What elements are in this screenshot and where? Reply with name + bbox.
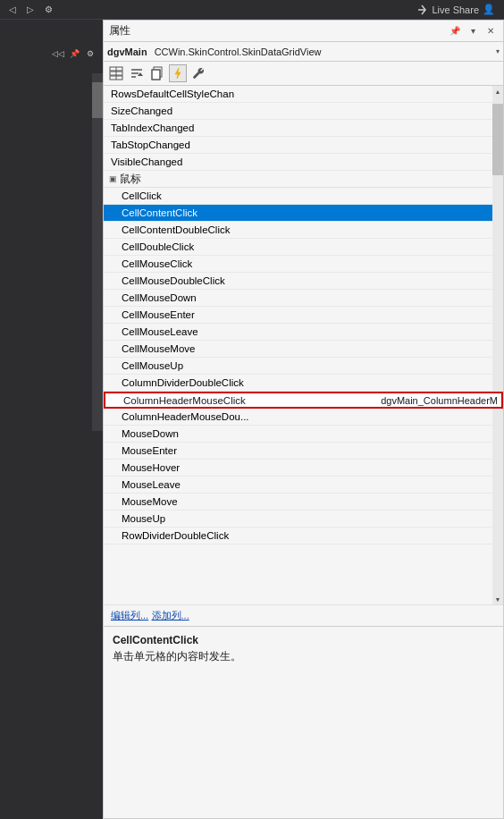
prop-item-columndividerdoubleclick[interactable]: ColumnDividerDoubleClick — [104, 375, 503, 392]
description-text: 单击单元格的内容时发生。 — [113, 650, 494, 663]
list-scrollbar: ▲ ▼ — [492, 86, 503, 604]
columnheader-value: dgvMain_ColumnHeaderM — [381, 395, 501, 406]
prop-item-cellcontentclick[interactable]: CellContentClick ▾ — [104, 205, 503, 222]
panel-footer-links: 编辑列... 添加列... — [104, 604, 503, 626]
prop-item-cellmousemove[interactable]: CellMouseMove — [104, 341, 503, 358]
profile-icon[interactable]: 👤 — [483, 4, 495, 15]
prop-item-columnheadermousedou[interactable]: ColumnHeaderMouseDou... — [104, 409, 503, 426]
panel-close-button[interactable]: ✕ — [483, 24, 498, 38]
prop-item-mousehover[interactable]: MouseHover — [104, 460, 503, 477]
prop-item-cellmousedown[interactable]: CellMouseDown — [104, 290, 503, 307]
prop-item-mouseenter[interactable]: MouseEnter — [104, 443, 503, 460]
wrench-icon[interactable] — [189, 64, 207, 82]
list-scroll-track: ▲ ▼ — [492, 86, 503, 604]
gear-icon[interactable]: ⚙ — [41, 3, 55, 17]
sidebar-settings-btn[interactable]: ⚙ — [83, 46, 97, 61]
category-name-mouse: 鼠标 — [120, 173, 141, 186]
nav-icon-2[interactable]: ▷ — [23, 3, 38, 17]
prop-item-cellmouseleave[interactable]: CellMouseLeave — [104, 324, 503, 341]
prop-item-mouseup[interactable]: MouseUp — [104, 511, 503, 528]
toolbar-row — [104, 62, 503, 86]
panel-titlebar: 属性 📌 ▾ ✕ — [104, 21, 503, 42]
prop-item-mousedown[interactable]: MouseDown — [104, 426, 503, 443]
top-bar-left: ◁ ▷ ⚙ — [0, 3, 416, 17]
prop-item-celldoubleclick[interactable]: CellDoubleClick — [104, 239, 503, 256]
live-share-icon — [416, 4, 428, 16]
main-layout: ◁◁ 📌 ⚙ 属性 📌 ▾ ✕ dgvMain CCWin.SkinContro… — [0, 20, 504, 819]
events-icon[interactable] — [169, 64, 187, 82]
component-type: CCWin.SkinControl.SkinDataGridView — [155, 46, 322, 57]
edit-columns-link[interactable]: 编辑列... — [111, 610, 148, 621]
svg-rect-8 — [152, 70, 160, 80]
prop-item-columnheadermouseclick[interactable]: ColumnHeaderMouseClick dgvMain_ColumnHea… — [104, 392, 503, 409]
properties-panel: 属性 📌 ▾ ✕ dgvMain CCWin.SkinControl.SkinD… — [103, 20, 504, 819]
sidebar-scroll-thumb[interactable] — [92, 82, 103, 118]
prop-item-cellmouseclick[interactable]: CellMouseClick — [104, 256, 503, 273]
category-mouse[interactable]: ▣ 鼠标 — [104, 171, 503, 188]
prop-item-tabindexchanged[interactable]: TabIndexChanged — [104, 120, 503, 137]
properties-list: ▲ RowsDefaultCellStyleChan SizeChanged T… — [104, 86, 503, 604]
prop-item-cellcontentdoubleclick[interactable]: CellContentDoubleClick — [104, 222, 503, 239]
prop-item-visiblechanged[interactable]: VisibleChanged — [104, 154, 503, 171]
panel-float-button[interactable]: ▾ — [466, 24, 480, 38]
live-share-area: Live Share 👤 — [416, 4, 495, 16]
top-bar: ◁ ▷ ⚙ Live Share 👤 — [0, 0, 504, 20]
description-area: CellContentClick 单击单元格的内容时发生。 — [104, 626, 503, 688]
prop-item-cellmouseenter[interactable]: CellMouseEnter — [104, 307, 503, 324]
sidebar-arrows: ◁◁ 📌 ⚙ — [51, 46, 103, 64]
live-share-label[interactable]: Live Share — [432, 4, 479, 15]
properties-view-icon[interactable] — [107, 64, 125, 82]
list-scroll-thumb[interactable] — [492, 104, 503, 175]
prop-item-rowdividerdoubleclick[interactable]: RowDividerDoubleClick — [104, 528, 503, 545]
add-columns-link[interactable]: 添加列... — [152, 610, 189, 621]
panel-pin-button[interactable]: 📌 — [448, 24, 462, 38]
component-selector[interactable]: dgvMain CCWin.SkinControl.SkinDataGridVi… — [104, 42, 503, 62]
prop-item-rowsdefault[interactable]: RowsDefaultCellStyleChan — [104, 86, 503, 103]
prop-item-cellmousedoubleclick[interactable]: CellMouseDoubleClick — [104, 273, 503, 290]
sort-icon[interactable] — [128, 64, 146, 82]
prop-item-mouseleave[interactable]: MouseLeave — [104, 477, 503, 494]
prop-item-cellmouseup[interactable]: CellMouseUp — [104, 358, 503, 375]
component-name: dgvMain — [107, 46, 147, 57]
prop-item-sizechanged[interactable]: SizeChanged — [104, 103, 503, 120]
prop-list-inner: ▲ RowsDefaultCellStyleChan SizeChanged T… — [104, 86, 503, 604]
left-sidebar: ◁◁ 📌 ⚙ — [0, 20, 103, 819]
sidebar-pin-btn[interactable]: 📌 — [67, 46, 81, 61]
prop-item-tabstopchanged[interactable]: TabStopChanged — [104, 137, 503, 154]
panel-title: 属性 — [109, 23, 130, 38]
copy-icon[interactable] — [148, 64, 166, 82]
panel-controls: 📌 ▾ ✕ — [448, 24, 498, 38]
sidebar-scrollbar — [92, 73, 103, 431]
prop-item-mousemove[interactable]: MouseMove — [104, 494, 503, 511]
prop-item-cellclick[interactable]: CellClick — [104, 188, 503, 205]
description-title: CellContentClick — [113, 634, 494, 646]
category-expand-icon: ▣ — [107, 173, 118, 184]
list-scroll-up[interactable]: ▲ — [492, 86, 503, 97]
nav-icon-1[interactable]: ◁ — [5, 3, 20, 17]
component-dropdown-arrow[interactable]: ▾ — [496, 47, 500, 55]
list-scroll-down-btn[interactable]: ▼ — [492, 594, 503, 604]
sidebar-collapse-btn[interactable]: ◁◁ — [51, 46, 65, 61]
